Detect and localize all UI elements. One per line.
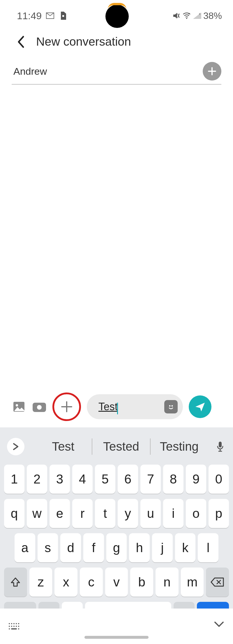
message-text: Test <box>98 401 159 413</box>
camera-cutout-icon <box>105 5 129 28</box>
image-icon <box>12 400 26 413</box>
key-v[interactable]: v <box>105 568 128 597</box>
svg-point-22 <box>16 626 17 627</box>
key-1[interactable]: 1 <box>4 465 24 494</box>
sticker-button[interactable] <box>164 400 178 413</box>
key-i[interactable]: i <box>163 499 183 528</box>
key-h[interactable]: h <box>129 533 150 562</box>
key-j[interactable]: j <box>152 533 173 562</box>
key-r[interactable]: r <box>72 499 93 528</box>
add-recipient-button[interactable] <box>203 62 221 81</box>
suggestion-3[interactable]: Testing <box>151 440 208 454</box>
gmail-icon <box>46 11 54 20</box>
key-8[interactable]: 8 <box>163 465 183 494</box>
svg-rect-0 <box>62 15 64 17</box>
key-9[interactable]: 9 <box>186 465 206 494</box>
text-caret-icon <box>117 403 118 414</box>
chevron-down-icon <box>213 620 225 628</box>
key-u[interactable]: u <box>140 499 161 528</box>
wifi-icon <box>182 11 191 20</box>
key-e[interactable]: e <box>50 499 70 528</box>
key-5[interactable]: 5 <box>95 465 115 494</box>
camera-button[interactable] <box>32 399 47 414</box>
compose-bar: Test <box>0 393 233 421</box>
nav-bar <box>0 609 233 644</box>
svg-point-16 <box>13 623 15 624</box>
mute-icon <box>172 11 181 20</box>
suggestion-row: Test Tested Testing <box>0 434 233 459</box>
backspace-key[interactable] <box>206 568 229 597</box>
key-n[interactable]: n <box>156 568 179 597</box>
svg-point-23 <box>18 626 19 627</box>
key-6[interactable]: 6 <box>118 465 138 494</box>
key-w[interactable]: w <box>27 499 47 528</box>
key-row-4: z x c v b n m <box>0 568 233 597</box>
key-t[interactable]: t <box>95 499 115 528</box>
chevron-left-icon <box>17 35 25 48</box>
back-button[interactable] <box>15 36 27 48</box>
recipient-row: Andrew <box>0 62 233 81</box>
key-b[interactable]: b <box>130 568 153 597</box>
svg-point-20 <box>11 626 12 627</box>
battery-text: 38% <box>203 10 222 21</box>
key-p[interactable]: p <box>209 499 229 528</box>
svg-point-8 <box>169 405 171 407</box>
key-2[interactable]: 2 <box>27 465 47 494</box>
key-l[interactable]: l <box>198 533 218 562</box>
key-row-1: 1 2 3 4 5 6 7 8 9 0 <box>0 465 233 494</box>
key-c[interactable]: c <box>80 568 103 597</box>
keyboard-switcher-button[interactable] <box>8 622 20 630</box>
plus-icon <box>60 400 73 413</box>
key-f[interactable]: f <box>83 533 104 562</box>
svg-point-17 <box>16 623 17 624</box>
hide-keyboard-button[interactable] <box>213 620 225 632</box>
message-input[interactable]: Test <box>87 394 183 419</box>
svg-rect-10 <box>219 442 222 447</box>
suggestion-1[interactable]: Test <box>34 440 92 454</box>
send-button[interactable] <box>189 395 211 418</box>
key-o[interactable]: o <box>186 499 206 528</box>
key-m[interactable]: m <box>181 568 204 597</box>
key-4[interactable]: 4 <box>72 465 93 494</box>
key-3[interactable]: 3 <box>50 465 70 494</box>
key-7[interactable]: 7 <box>140 465 161 494</box>
svg-point-19 <box>9 626 10 627</box>
svg-text:x: x <box>199 13 200 15</box>
camera-icon <box>32 401 47 413</box>
send-icon <box>194 401 206 413</box>
voice-input-button[interactable] <box>214 441 226 452</box>
key-k[interactable]: k <box>175 533 196 562</box>
gallery-button[interactable] <box>12 399 26 414</box>
suggestion-2[interactable]: Tested <box>92 440 150 454</box>
key-z[interactable]: z <box>29 568 52 597</box>
key-a[interactable]: a <box>15 533 35 562</box>
chevron-right-icon <box>13 443 19 451</box>
svg-point-14 <box>9 623 10 624</box>
svg-point-4 <box>16 404 18 406</box>
sd-card-icon <box>59 11 67 20</box>
home-indicator[interactable] <box>84 636 149 639</box>
keyboard-icon <box>8 622 20 630</box>
recipient-input[interactable]: Andrew <box>12 63 203 79</box>
divider <box>12 84 221 85</box>
expand-toolbar-button[interactable] <box>7 438 24 455</box>
backspace-icon <box>211 577 225 587</box>
key-x[interactable]: x <box>54 568 77 597</box>
key-s[interactable]: s <box>38 533 58 562</box>
key-row-2: q w e r t y u i o p <box>0 499 233 528</box>
key-g[interactable]: g <box>106 533 127 562</box>
key-d[interactable]: d <box>60 533 81 562</box>
key-q[interactable]: q <box>4 499 24 528</box>
svg-rect-7 <box>167 403 175 411</box>
shift-key[interactable] <box>4 568 27 597</box>
svg-point-21 <box>13 626 15 627</box>
sticker-icon <box>167 402 175 411</box>
svg-point-6 <box>37 405 42 410</box>
svg-rect-25 <box>11 628 17 629</box>
attach-more-button[interactable] <box>52 393 81 421</box>
key-0[interactable]: 0 <box>209 465 229 494</box>
key-y[interactable]: y <box>118 499 138 528</box>
status-time: 11:49 <box>17 10 42 22</box>
svg-point-15 <box>11 623 12 624</box>
svg-point-1 <box>186 18 187 19</box>
